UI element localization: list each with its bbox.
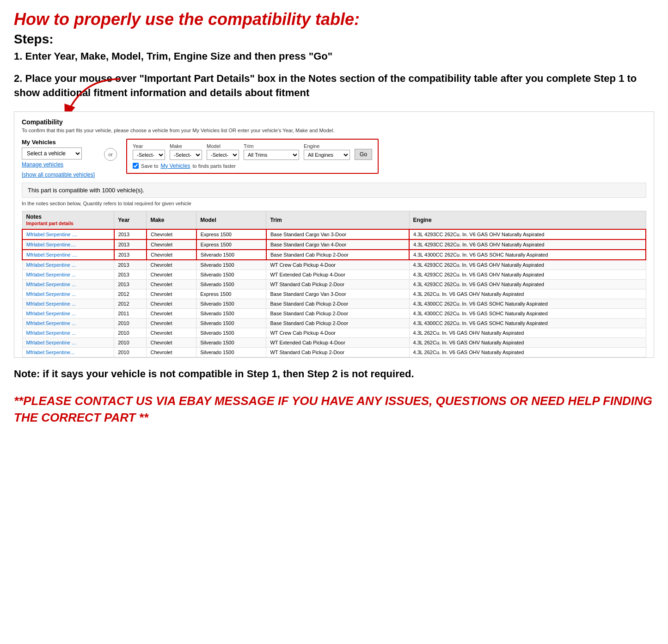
table-row: Mfrlabel:Serpentine ...2011ChevroletSilv… [22, 308, 646, 318]
table-cell: 4.3L 4293CC 262Cu. In. V6 GAS OHV Natura… [409, 260, 646, 270]
table-cell: 4.3L 262Cu. In. V6 GAS OHV Naturally Asp… [409, 337, 646, 347]
year-make-form: Year -Select- Make -Select- Model [126, 139, 379, 174]
table-cell: 4.3L 4300CC 262Cu. In. V6 GAS SOHC Natur… [409, 299, 646, 308]
table-cell: Mfrlabel:Serpentine.... [22, 239, 114, 250]
table-cell: Express 1500 [196, 229, 266, 239]
table-cell: Chevrolet [147, 318, 196, 328]
table-cell: 2013 [114, 239, 147, 250]
vehicle-select[interactable]: Select a vehicle [22, 147, 82, 159]
table-cell: Mfrlabel:Serpentine .... [22, 229, 114, 239]
table-cell: 4.3L 4293CC 262Cu. In. V6 GAS OHV Natura… [409, 270, 646, 279]
table-cell: Mfrlabel:Serpentine ... [22, 308, 114, 318]
table-cell: WT Crew Cab Pickup 4-Door [266, 328, 409, 337]
table-cell: 2013 [114, 270, 147, 279]
table-cell: Silverado 1500 [196, 250, 266, 260]
table-cell: WT Extended Cab Pickup 4-Door [266, 270, 409, 279]
table-cell: Mfrlabel:Serpentine ... [22, 289, 114, 299]
table-cell: Mfrlabel:Serpentine .... [22, 250, 114, 260]
my-vehicles-link[interactable]: My Vehicles [160, 163, 190, 169]
save-text: Save to [141, 163, 158, 169]
table-cell: 4.3L 4300CC 262Cu. In. V6 GAS SOHC Natur… [409, 250, 646, 260]
table-cell: Chevrolet [147, 347, 196, 357]
trim-field-group: Trim All Trims [244, 143, 299, 160]
table-row: Mfrlabel:Serpentine ...2013ChevroletSilv… [22, 279, 646, 289]
go-button[interactable]: Go [355, 149, 372, 160]
table-row: Mfrlabel:Serpentine....2013ChevroletExpr… [22, 239, 646, 250]
table-cell: 4.3L 262Cu. In. V6 GAS OHV Naturally Asp… [409, 347, 646, 357]
vehicle-select-wrapper: Select a vehicle [22, 147, 95, 159]
or-circle: or [104, 148, 117, 161]
table-cell: Base Standard Cargo Van 4-Door [266, 239, 409, 250]
table-cell: Mfrlabel:Serpentine ... [22, 279, 114, 289]
table-cell: 2013 [114, 229, 147, 239]
model-field-group: Model -Select- [207, 143, 239, 160]
notes-sub-label: Important part details [26, 221, 74, 226]
table-cell: WT Standard Cab Pickup 2-Door [266, 347, 409, 357]
year-select[interactable]: -Select- [133, 150, 165, 160]
step2-text: 2. Place your mouse over "Important Part… [14, 72, 654, 100]
table-header-row: Notes Important part details Year Make M… [22, 211, 646, 229]
save-rest: to finds parts faster [192, 163, 236, 169]
table-cell: Chevrolet [147, 239, 196, 250]
table-cell: Silverado 1500 [196, 318, 266, 328]
table-cell: Silverado 1500 [196, 328, 266, 337]
table-cell: Chevrolet [147, 328, 196, 337]
table-cell: Mfrlabel:Serpentine... [22, 347, 114, 357]
table-cell: 4.3L 4293CC 262Cu. In. V6 GAS OHV Natura… [409, 229, 646, 239]
table-cell: Silverado 1500 [196, 299, 266, 308]
table-row: Mfrlabel:Serpentine...2010ChevroletSilve… [22, 347, 646, 357]
table-cell: Chevrolet [147, 260, 196, 270]
compatible-note: This part is compatible with 1000 vehicl… [22, 183, 646, 198]
table-cell: Chevrolet [147, 308, 196, 318]
make-field-group: Make -Select- [170, 143, 202, 160]
manage-vehicles-link[interactable]: Manage vehicles [22, 161, 95, 168]
table-cell: Chevrolet [147, 279, 196, 289]
table-cell: Chevrolet [147, 289, 196, 299]
table-cell: Express 1500 [196, 289, 266, 299]
table-cell: Base Standard Cab Pickup 2-Door [266, 250, 409, 260]
table-cell: Mfrlabel:Serpentine ... [22, 270, 114, 279]
table-cell: Silverado 1500 [196, 260, 266, 270]
my-vehicles-label: My Vehicles [22, 139, 95, 146]
table-cell: Mfrlabel:Serpentine ... [22, 337, 114, 347]
engine-label: Engine [304, 143, 350, 149]
make-label: Make [170, 143, 202, 149]
table-cell: WT Crew Cab Pickup 4-Door [266, 260, 409, 270]
table-row: Mfrlabel:Serpentine ...2012ChevroletSilv… [22, 299, 646, 308]
trim-select[interactable]: All Trims [244, 150, 299, 160]
table-cell: 4.3L 262Cu. In. V6 GAS OHV Naturally Asp… [409, 328, 646, 337]
table-row: Mfrlabel:Serpentine ...2010ChevroletSilv… [22, 337, 646, 347]
compat-subtitle: To confirm that this part fits your vehi… [22, 128, 646, 133]
table-cell: 2013 [114, 260, 147, 270]
engine-header: Engine [409, 211, 646, 229]
note-text: Note: if it says your vehicle is not com… [14, 367, 654, 381]
save-checkbox[interactable] [133, 163, 139, 169]
table-row: Mfrlabel:Serpentine ....2013ChevroletExp… [22, 229, 646, 239]
table-cell: Chevrolet [147, 250, 196, 260]
table-cell: Mfrlabel:Serpentine ... [22, 299, 114, 308]
notes-label: Notes [26, 214, 42, 220]
model-select[interactable]: -Select- [207, 150, 239, 160]
save-checkbox-row: Save to My Vehicles to finds parts faste… [133, 163, 372, 169]
table-cell: 4.3L 4300CC 262Cu. In. V6 GAS SOHC Natur… [409, 308, 646, 318]
table-cell: 2013 [114, 250, 147, 260]
table-cell: Silverado 1500 [196, 270, 266, 279]
table-cell: 4.3L 262Cu. In. V6 GAS OHV Naturally Asp… [409, 289, 646, 299]
compatibility-box: Compatibility To confirm that this part … [14, 111, 654, 358]
table-row: Mfrlabel:Serpentine ....2013ChevroletSil… [22, 250, 646, 260]
table-header: Notes Important part details Year Make M… [22, 211, 646, 229]
engine-select[interactable]: All Engines [304, 150, 350, 160]
quantity-note: In the notes section below, Quantity ref… [22, 201, 646, 206]
engine-field-group: Engine All Engines [304, 143, 350, 160]
table-cell: 2012 [114, 289, 147, 299]
table-cell: 2012 [114, 299, 147, 308]
year-field-group: Year -Select- [133, 143, 165, 160]
make-select[interactable]: -Select- [170, 150, 202, 160]
table-cell: Chevrolet [147, 270, 196, 279]
table-row: Mfrlabel:Serpentine ...2013ChevroletSilv… [22, 260, 646, 270]
show-all-link[interactable]: [show all compatible vehicles] [22, 172, 95, 178]
table-cell: 2010 [114, 337, 147, 347]
table-cell: 2013 [114, 279, 147, 289]
compatibility-table: Notes Important part details Year Make M… [22, 211, 646, 357]
table-cell: Chevrolet [147, 299, 196, 308]
